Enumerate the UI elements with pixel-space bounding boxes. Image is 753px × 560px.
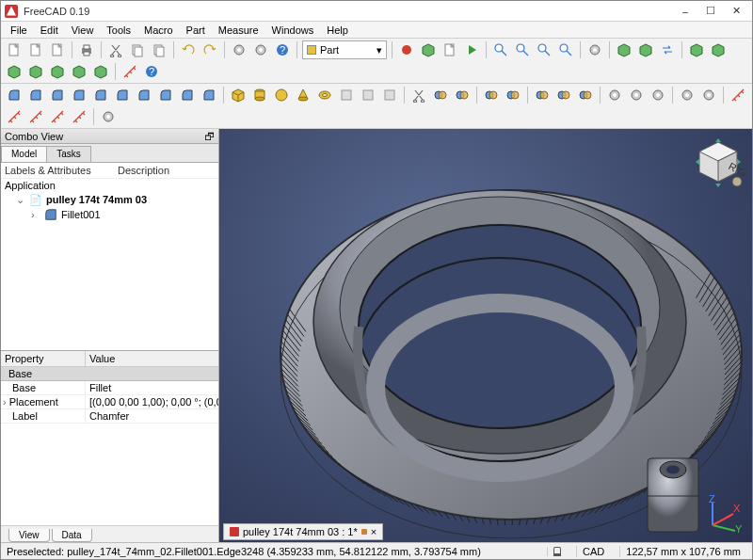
menu-view[interactable]: View (66, 24, 100, 37)
tree-root[interactable]: Application (1, 179, 218, 192)
mirror-button[interactable] (48, 86, 67, 104)
menu-edit[interactable]: Edit (35, 24, 64, 37)
offset-button[interactable] (178, 86, 197, 104)
open-file-button[interactable] (26, 40, 45, 59)
bottom-view-button[interactable] (70, 62, 88, 81)
menu-file[interactable]: File (5, 24, 33, 37)
tab-view[interactable]: View (8, 529, 50, 542)
stop-macro-button[interactable] (419, 40, 438, 59)
ruled-button[interactable] (113, 86, 132, 104)
property-row[interactable]: BaseFillet (1, 381, 218, 395)
tree-document[interactable]: ⌄ 📄 pulley 174t 74mm 03 (1, 192, 218, 207)
zoom-fit-button[interactable] (491, 40, 510, 59)
redo-button[interactable] (200, 40, 219, 59)
model-tree[interactable]: Labels & Attributes Description Applicat… (1, 163, 218, 351)
check-geom-button[interactable] (605, 86, 624, 104)
thickness-button[interactable] (200, 86, 218, 104)
zoom-in-button[interactable] (513, 40, 532, 59)
property-value[interactable]: [(0,00 0,00 1,00); 0,00 °; (0,00 mm 0,00… (86, 395, 218, 408)
help-button[interactable]: ? (142, 62, 161, 81)
maximize-button[interactable]: ☐ (698, 3, 723, 20)
torus-prim-button[interactable] (315, 86, 334, 104)
settings-button[interactable] (99, 107, 118, 126)
sweep-button[interactable] (156, 86, 175, 104)
close-button[interactable]: ✕ (724, 3, 748, 20)
measure-dist-button[interactable] (120, 62, 139, 81)
copy-button[interactable] (128, 40, 147, 59)
loft-button[interactable] (135, 86, 153, 104)
rear-view-button[interactable] (48, 62, 67, 81)
meas4-button[interactable] (48, 107, 67, 126)
revolve-button[interactable] (26, 86, 45, 104)
undo-button[interactable] (179, 40, 198, 59)
extrude-button[interactable] (5, 86, 24, 104)
property-value[interactable]: Fillet (86, 381, 218, 394)
boolean-cut-button[interactable] (409, 86, 428, 104)
document-tab-close-icon[interactable]: × (371, 526, 376, 537)
boolean-union-button[interactable] (431, 86, 450, 104)
status-lock[interactable] (547, 547, 567, 556)
document-tab[interactable]: pulley 174t 74mm 03 : 1* × (223, 523, 383, 540)
meas1-button[interactable] (729, 86, 747, 104)
menu-windows[interactable]: Windows (266, 24, 320, 37)
property-row[interactable]: Placement[(0,00 0,00 1,00); 0,00 °; (0,0… (1, 395, 218, 409)
wedge-prim-button[interactable] (380, 86, 399, 104)
explode-button[interactable] (554, 86, 573, 104)
paste-button[interactable] (150, 40, 168, 59)
cross-button[interactable] (504, 86, 522, 104)
menu-tools[interactable]: Tools (101, 24, 136, 37)
new-file-button[interactable] (5, 40, 24, 59)
workbench-selector[interactable]: Part▾ (302, 40, 387, 59)
3d-viewport[interactable]: RIGHT Z Y X pulley 174t 74mm 03 : 1* × (219, 129, 752, 542)
property-value[interactable]: Chamfer (86, 409, 218, 423)
top-view-button[interactable] (5, 62, 24, 81)
compound-button[interactable] (533, 86, 552, 104)
expand-icon[interactable]: ⌄ (16, 194, 25, 206)
tree-item-fillet[interactable]: › Fillet001 (1, 207, 218, 222)
minimize-button[interactable]: – (673, 3, 697, 20)
axis-tool-button[interactable] (699, 86, 718, 104)
left-view-button[interactable] (91, 62, 110, 81)
front-view-button[interactable] (709, 40, 728, 59)
tab-model[interactable]: Model (1, 146, 47, 162)
cylinder-prim-button[interactable] (250, 86, 269, 104)
link-button[interactable] (251, 40, 270, 59)
appearance-button[interactable] (627, 86, 646, 104)
what-button[interactable]: ? (273, 40, 292, 59)
property-grid[interactable]: Property Value Base BaseFilletPlacement[… (1, 351, 218, 525)
arrow-left-button[interactable] (615, 40, 633, 59)
tab-data[interactable]: Data (52, 529, 92, 542)
tube-prim-button[interactable] (337, 86, 356, 104)
navigation-cube[interactable]: RIGHT (692, 136, 745, 189)
tab-tasks[interactable]: Tasks (46, 146, 91, 162)
boolean-common-button[interactable] (453, 86, 472, 104)
status-navstyle[interactable]: CAD (576, 546, 610, 557)
cut-button[interactable] (106, 40, 125, 59)
arrow-swap-button[interactable] (658, 40, 677, 59)
draw-style-button[interactable] (585, 40, 604, 59)
print-button[interactable] (77, 40, 96, 59)
refresh-button[interactable] (230, 40, 248, 59)
meas2-button[interactable] (5, 107, 24, 126)
meas5-button[interactable] (70, 107, 88, 126)
zoom-out-button[interactable] (535, 40, 553, 59)
combo-view-close-icon[interactable]: 🗗 (203, 131, 215, 142)
iso-view-button[interactable] (687, 40, 706, 59)
chamfer-tool-button[interactable] (91, 86, 110, 104)
record-macro-button[interactable] (397, 40, 416, 59)
play-macro-button[interactable] (462, 40, 481, 59)
menu-part[interactable]: Part (181, 24, 211, 37)
arrow-right-button[interactable] (636, 40, 655, 59)
cube-prim-button[interactable] (229, 86, 248, 104)
property-row[interactable]: LabelChamfer (1, 409, 218, 424)
section-button[interactable] (482, 86, 501, 104)
part-builder-button[interactable] (576, 86, 595, 104)
zoom-select-button[interactable] (556, 40, 575, 59)
meas3-button[interactable] (26, 107, 45, 126)
color-per-face-button[interactable] (649, 86, 667, 104)
cone-prim-button[interactable] (294, 86, 312, 104)
menu-measure[interactable]: Measure (213, 24, 264, 37)
right-view-button[interactable] (26, 62, 45, 81)
menu-help[interactable]: Help (321, 24, 354, 37)
expand-icon[interactable]: › (31, 209, 40, 220)
